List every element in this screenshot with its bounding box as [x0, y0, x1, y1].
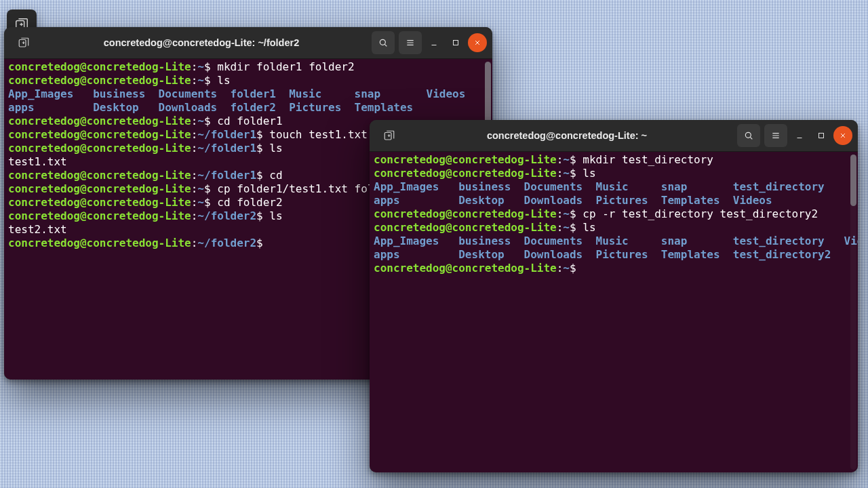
svg-rect-3 [454, 41, 458, 45]
titlebar[interactable]: concretedog@concretedog-Lite: ~/folder2 [4, 27, 492, 59]
maximize-button[interactable] [812, 126, 831, 145]
close-button[interactable] [833, 126, 852, 145]
terminal-line: concretedog@concretedog-Lite:~$ ls [8, 74, 483, 87]
svg-rect-6 [819, 134, 824, 138]
maximize-icon [816, 131, 826, 140]
svg-point-2 [380, 39, 385, 45]
terminal-line: concretedog@concretedog-Lite:~$ mkdir fo… [8, 60, 483, 74]
new-tab-icon [383, 129, 395, 142]
hamburger-icon [770, 130, 781, 141]
svg-rect-1 [19, 40, 26, 47]
terminal-line: concretedog@concretedog-Lite:~$ mkdir te… [374, 153, 848, 167]
terminal-line: concretedog@concretedog-Lite:~$ ls [374, 167, 848, 180]
titlebar[interactable]: concretedog@concretedog-Lite: ~ [370, 120, 858, 152]
new-tab-button[interactable] [12, 31, 35, 54]
hamburger-menu-button[interactable] [764, 124, 787, 147]
search-button[interactable] [372, 31, 395, 54]
terminal-window-2[interactable]: concretedog@concretedog-Lite: ~ concrete… [370, 120, 858, 472]
window-title: concretedog@concretedog-Lite: ~/folder2 [35, 37, 368, 48]
search-button[interactable] [737, 124, 760, 147]
minimize-icon [795, 131, 804, 140]
close-button[interactable] [468, 33, 487, 52]
svg-point-5 [745, 132, 751, 138]
scrollbar[interactable] [850, 155, 856, 470]
minimize-button[interactable] [425, 33, 443, 52]
new-tab-button[interactable] [378, 124, 401, 147]
terminal-line: apps Desktop Downloads Pictures Template… [374, 248, 848, 262]
scrollbar-thumb[interactable] [850, 155, 856, 206]
search-icon [743, 130, 754, 141]
maximize-button[interactable] [446, 33, 465, 52]
terminal-line: App_Images business Documents Music snap… [374, 180, 848, 194]
terminal-output: concretedog@concretedog-Lite:~$ mkdir te… [374, 153, 848, 275]
terminal-line: concretedog@concretedog-Lite:~$ cp -r te… [374, 207, 848, 221]
search-icon [378, 37, 389, 48]
new-tab-icon [18, 37, 30, 49]
terminal-line: concretedog@concretedog-Lite:~$ [374, 262, 848, 275]
hamburger-icon [405, 37, 416, 48]
svg-rect-4 [384, 133, 391, 140]
terminal-line: App_Images business Documents Music snap… [374, 235, 848, 248]
terminal-line: App_Images business Documents folder1 Mu… [8, 87, 483, 101]
scrollbar-thumb[interactable] [485, 62, 491, 124]
terminal-body[interactable]: concretedog@concretedog-Lite:~$ mkdir te… [370, 152, 858, 472]
close-icon [473, 38, 482, 47]
terminal-line: apps Desktop Downloads folder2 Pictures … [8, 101, 483, 115]
terminal-line: concretedog@concretedog-Lite:~$ ls [374, 221, 848, 235]
close-icon [838, 131, 848, 140]
terminal-line: apps Desktop Downloads Pictures Template… [374, 194, 848, 207]
minimize-icon [429, 38, 439, 47]
hamburger-menu-button[interactable] [399, 31, 422, 54]
minimize-button[interactable] [790, 126, 809, 145]
window-title: concretedog@concretedog-Lite: ~ [401, 130, 733, 141]
maximize-icon [451, 38, 460, 47]
